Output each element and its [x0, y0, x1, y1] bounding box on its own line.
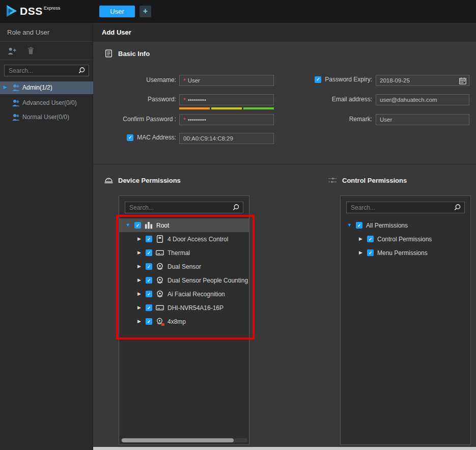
logo-edition: Express [44, 6, 61, 11]
logo-text: DSS [20, 4, 43, 18]
control-tree: All Permissions Control Permissions Menu… [341, 218, 470, 260]
device-panel-horizontal-scrollbar[interactable] [121, 438, 247, 442]
dome-camera-offline-icon [156, 318, 164, 325]
control-permissions-header: Control Permissions [328, 176, 407, 184]
password-expiry-date-input[interactable]: 2018-09-25 [376, 75, 469, 86]
dome-camera-icon [156, 276, 164, 284]
sidebar-toolbar [0, 42, 93, 60]
strength-segment-medium [211, 107, 242, 109]
sidebar-item-advanced-user[interactable]: Advanced User(0/0) [0, 97, 93, 109]
password-label: Password: [93, 96, 176, 103]
checkbox[interactable] [356, 222, 362, 229]
strength-segment-weak [179, 107, 210, 109]
required-asterisk [183, 76, 186, 85]
delete-user-icon[interactable] [27, 47, 34, 54]
sidebar-role-and-user: Role and User Admin(1/2) Advanced User(0… [0, 23, 93, 450]
sidebar-search [4, 65, 89, 76]
mac-address-row: MAC Address: [96, 134, 176, 141]
required-asterisk [183, 115, 186, 124]
expand-arrow-icon[interactable] [136, 249, 142, 256]
collapse-arrow-icon[interactable] [347, 222, 352, 229]
dss-logo-icon [5, 4, 19, 18]
expand-arrow-icon[interactable] [358, 236, 363, 242]
username-label: Username: [93, 76, 176, 83]
remark-label: Remark: [287, 116, 372, 123]
device-tree-item[interactable]: 4x8mp [119, 315, 249, 328]
expand-arrow-icon[interactable] [136, 318, 142, 325]
password-input[interactable]: ••••••••• [179, 94, 274, 105]
device-tree-item[interactable]: Dual Sensor [119, 260, 249, 273]
new-tab-button[interactable]: + [139, 6, 151, 17]
search-icon[interactable] [232, 204, 240, 211]
search-icon[interactable] [78, 67, 86, 74]
checkbox[interactable] [146, 318, 152, 325]
user-group-icon [12, 84, 21, 92]
checkbox[interactable] [146, 263, 152, 270]
control-search-input[interactable] [347, 202, 464, 213]
password-expiry-row: Password Expiry: [287, 76, 372, 83]
door-controller-icon [156, 235, 164, 243]
device-permissions-header: Device Permissions [104, 176, 181, 184]
device-permissions-panel: Root 4 Door Access Control Thermal [119, 195, 249, 445]
device-tree-item[interactable]: Ai Facial Recognition [119, 287, 249, 301]
sliders-icon [328, 176, 337, 184]
checkbox[interactable] [146, 249, 152, 256]
device-tree-item-root[interactable]: Root [119, 218, 249, 232]
control-tree-item[interactable]: Menu Permissions [341, 246, 470, 260]
page-title: Add User [93, 23, 476, 42]
control-tree-item[interactable]: Control Permissions [341, 232, 470, 246]
checkbox[interactable] [134, 222, 141, 229]
expand-arrow-icon[interactable] [136, 236, 142, 242]
mac-address-label: MAC Address: [137, 134, 176, 141]
expand-arrow-icon[interactable] [358, 249, 363, 256]
device-tree-item[interactable]: DHI-NVR54A16-16P [119, 301, 249, 315]
mac-address-input[interactable]: 00:A0:C9:14:C8:29 [179, 133, 274, 144]
checkbox[interactable] [146, 291, 152, 297]
checkbox[interactable] [146, 304, 152, 311]
scrollbar-thumb[interactable] [122, 438, 234, 442]
device-search-input[interactable] [125, 202, 243, 213]
confirm-password-input[interactable]: ••••••••• [179, 114, 274, 125]
basic-info-header: Basic Info [104, 49, 150, 58]
search-icon[interactable] [454, 204, 461, 211]
tab-user[interactable]: User [99, 6, 135, 17]
device-tree-item[interactable]: Thermal [119, 246, 249, 260]
checkbox[interactable] [367, 236, 374, 242]
email-label: Email address: [287, 96, 372, 103]
device-tree: Root 4 Door Access Control Thermal [119, 218, 249, 328]
collapse-arrow-icon[interactable] [125, 222, 131, 229]
device-tree-item[interactable]: 4 Door Access Control [119, 232, 249, 246]
mac-address-checkbox[interactable] [127, 134, 133, 141]
add-user-icon[interactable] [7, 47, 16, 55]
dss-express-window: DSS Express User + Role and User Admin(1… [0, 0, 476, 450]
checkbox[interactable] [367, 249, 374, 256]
control-tree-item-all[interactable]: All Permissions [341, 218, 470, 232]
expand-arrow-icon[interactable] [136, 277, 142, 284]
calendar-icon[interactable] [459, 77, 466, 85]
password-expiry-checkbox[interactable] [315, 76, 321, 83]
remark-input[interactable]: User [376, 114, 469, 125]
offline-badge [161, 323, 164, 326]
dome-camera-icon [156, 263, 164, 270]
top-bar: DSS Express User + [0, 0, 476, 23]
checkbox[interactable] [146, 277, 152, 284]
sidebar-title: Role and User [0, 23, 93, 42]
dome-camera-icon [156, 290, 164, 298]
document-icon [104, 49, 113, 58]
device-tree-item[interactable]: Dual Sensor People Counting [119, 273, 249, 287]
password-strength-meter [179, 107, 274, 109]
expand-arrow-icon[interactable] [136, 291, 142, 297]
expand-arrow-icon[interactable] [136, 304, 142, 311]
email-input[interactable]: user@dahuatech.com [376, 94, 469, 105]
username-input[interactable]: User [179, 75, 274, 86]
main-horizontal-scrollbar[interactable] [93, 447, 476, 450]
sidebar-search-input[interactable] [5, 65, 89, 76]
expand-arrow-icon[interactable] [4, 85, 9, 90]
sidebar-item-admin[interactable]: Admin(1/2) [0, 81, 93, 94]
user-group-icon [12, 99, 21, 107]
user-group-icon [12, 114, 21, 121]
control-permissions-panel: All Permissions Control Permissions Menu… [340, 195, 471, 445]
expand-arrow-icon[interactable] [136, 263, 142, 270]
sidebar-item-normal-user[interactable]: Normal User(0/0) [0, 111, 93, 124]
checkbox[interactable] [146, 236, 152, 242]
